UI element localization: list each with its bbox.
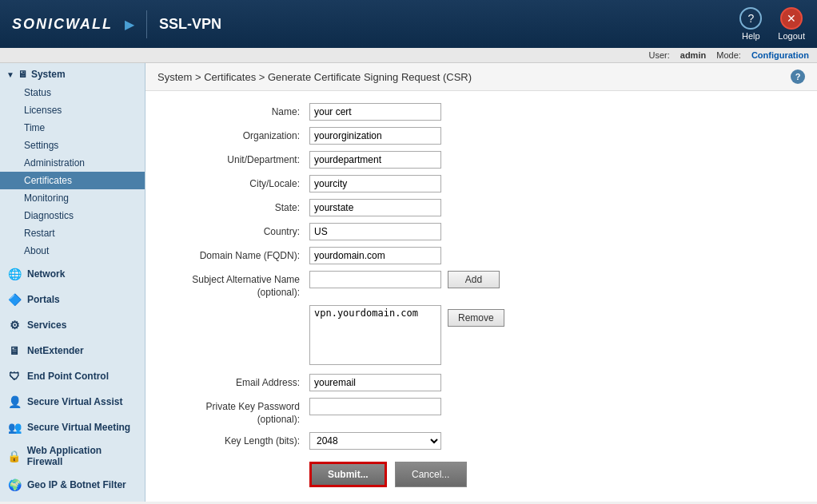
services-label: Services — [27, 319, 66, 331]
city-row: City/Locale: — [161, 175, 801, 192]
system-icon: 🖥 — [18, 69, 27, 80]
domain-row: Domain Name (FQDN): — [161, 247, 801, 264]
san-textarea[interactable]: vpn.yourdomain.com — [309, 305, 441, 365]
submit-button[interactable]: Submit... — [309, 462, 387, 487]
geoip-label: Geo IP & Botnet Filter — [27, 479, 126, 490]
header: SONICWALL ▶ SSL-VPN ? Help ✕ Logout — [0, 0, 817, 48]
sidebar-item-portals[interactable]: 🔷 Portals — [0, 287, 145, 312]
svm-icon: 👥 — [6, 419, 22, 435]
sidebar-item-waf[interactable]: 🔒 Web Application Firewall — [0, 440, 145, 472]
state-label: State: — [161, 199, 309, 213]
add-san-button[interactable]: Add — [448, 271, 500, 288]
remove-san-button[interactable]: Remove — [448, 309, 504, 327]
cancel-button[interactable]: Cancel... — [395, 462, 467, 487]
logout-label: Logout — [778, 31, 805, 41]
domain-label: Domain Name (FQDN): — [161, 247, 309, 261]
unit-input[interactable] — [309, 151, 441, 169]
mode-value: Configuration — [751, 50, 809, 60]
sidebar-item-endpoint-control[interactable]: 🛡 End Point Control — [0, 363, 145, 389]
privkey-label: Private Key Password (optional): — [161, 398, 309, 426]
logo-arrow: ▶ — [125, 17, 134, 32]
main-content: System > Certificates > Generate Certifi… — [145, 63, 817, 502]
san-input[interactable] — [309, 271, 441, 288]
sidebar-item-restart[interactable]: Restart — [0, 224, 145, 242]
sidebar-item-settings[interactable]: Settings — [0, 137, 145, 154]
mode-label: Mode: — [716, 50, 741, 60]
endpoint-label: End Point Control — [27, 371, 109, 382]
org-row: Organization: — [161, 127, 801, 145]
waf-icon: 🔒 — [6, 448, 22, 464]
sidebar-item-about[interactable]: About — [0, 242, 145, 260]
name-label: Name: — [161, 103, 309, 117]
expand-icon: ▼ — [6, 70, 14, 79]
system-group[interactable]: ▼ 🖥 System — [0, 65, 145, 84]
sidebar-item-monitoring[interactable]: Monitoring — [0, 189, 145, 207]
logo-text: SONICWALL — [12, 16, 113, 33]
portals-label: Portals — [27, 294, 60, 305]
sidebar-item-licenses[interactable]: Licenses — [0, 101, 145, 119]
network-label: Network — [27, 268, 65, 280]
privkey-input[interactable] — [309, 398, 441, 415]
status-bar: User: admin Mode: Configuration — [0, 48, 817, 63]
sidebar-item-certificates[interactable]: Certificates — [0, 172, 145, 189]
city-input[interactable] — [309, 175, 441, 192]
sidebar-item-network[interactable]: 🌐 Network — [0, 261, 145, 287]
san-row: Subject Alternative Name (optional): Add — [161, 271, 801, 299]
portals-icon: 🔷 — [6, 292, 22, 308]
network-icon: 🌐 — [6, 266, 22, 282]
country-input[interactable] — [309, 223, 441, 240]
privkey-row: Private Key Password (optional): — [161, 398, 801, 426]
country-row: Country: — [161, 223, 801, 240]
context-help-button[interactable]: ? — [791, 69, 805, 84]
state-input[interactable] — [309, 199, 441, 216]
system-group-label: System — [31, 69, 66, 80]
netextender-icon: 🖥 — [6, 343, 22, 359]
keylength-label: Key Length (bits): — [161, 432, 309, 446]
email-label: Email Address: — [161, 374, 309, 388]
san-controls: Add — [309, 271, 500, 288]
name-input[interactable] — [309, 103, 441, 121]
main-layout: ▼ 🖥 System Status Licenses Time Settings… — [0, 63, 817, 502]
unit-row: Unit/Department: — [161, 151, 801, 169]
breadcrumb-bar: System > Certificates > Generate Certifi… — [145, 63, 817, 91]
endpoint-icon: 🛡 — [6, 368, 22, 384]
domain-input[interactable] — [309, 247, 441, 264]
sidebar-item-administration[interactable]: Administration — [0, 154, 145, 172]
netextender-label: NetExtender — [27, 345, 84, 356]
waf-label: Web Application Firewall — [27, 445, 138, 467]
sidebar-item-secure-virtual-assist[interactable]: 👤 Secure Virtual Assist — [0, 389, 145, 415]
sidebar-item-time[interactable]: Time — [0, 119, 145, 137]
geoip-icon: 🌍 — [6, 477, 22, 493]
user-label: User: — [648, 50, 669, 60]
state-row: State: — [161, 199, 801, 216]
keylength-select[interactable]: 1024 2048 4096 — [309, 432, 441, 450]
svm-label: Secure Virtual Meeting — [27, 422, 130, 433]
csr-form: Name: Organization: Unit/Department: Cit… — [145, 91, 817, 499]
sidebar-item-diagnostics[interactable]: Diagnostics — [0, 207, 145, 224]
unit-label: Unit/Department: — [161, 151, 309, 165]
sidebar-item-secure-virtual-meeting[interactable]: 👥 Secure Virtual Meeting — [0, 415, 145, 440]
san-textarea-group: vpn.yourdomain.com Remove — [309, 305, 504, 367]
org-input[interactable] — [309, 127, 441, 145]
email-input[interactable] — [309, 374, 441, 391]
name-row: Name: — [161, 103, 801, 121]
sidebar-item-services[interactable]: ⚙ Services — [0, 312, 145, 338]
sidebar-item-geoip[interactable]: 🌍 Geo IP & Botnet Filter — [0, 472, 145, 498]
country-label: Country: — [161, 223, 309, 237]
sidebar-item-ha[interactable]: ⚡ High Availability — [0, 498, 145, 502]
services-icon: ⚙ — [6, 317, 22, 333]
user-value: admin — [680, 50, 706, 60]
logo-area: SONICWALL ▶ — [12, 16, 134, 33]
header-actions: ? Help ✕ Logout — [739, 7, 805, 41]
logout-button[interactable]: ✕ Logout — [778, 7, 805, 41]
city-label: City/Locale: — [161, 175, 309, 189]
help-label: Help — [742, 31, 760, 41]
sva-icon: 👤 — [6, 394, 22, 410]
header-title: SSL-VPN — [159, 16, 221, 33]
san-label: Subject Alternative Name (optional): — [161, 271, 309, 299]
sidebar-item-netextender[interactable]: 🖥 NetExtender — [0, 338, 145, 363]
sidebar-item-status[interactable]: Status — [0, 84, 145, 101]
help-button[interactable]: ? Help — [739, 7, 762, 41]
sidebar: ▼ 🖥 System Status Licenses Time Settings… — [0, 63, 145, 502]
san-textarea-row: vpn.yourdomain.com Remove — [161, 305, 801, 367]
